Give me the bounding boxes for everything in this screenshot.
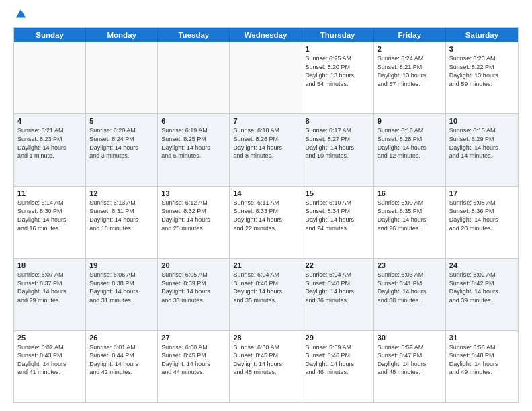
calendar-cell: 31Sunrise: 5:58 AM Sunset: 8:48 PM Dayli…: [446, 331, 518, 402]
day-number: 5: [89, 117, 154, 125]
day-info: Sunrise: 6:25 AM Sunset: 8:20 PM Dayligh…: [306, 54, 370, 88]
day-number: 19: [89, 261, 154, 269]
calendar-cell: 9Sunrise: 6:16 AM Sunset: 8:28 PM Daylig…: [374, 114, 446, 185]
calendar-cell: 15Sunrise: 6:10 AM Sunset: 8:34 PM Dayli…: [302, 187, 374, 258]
calendar-cell: 1Sunrise: 6:25 AM Sunset: 8:20 PM Daylig…: [302, 42, 374, 113]
day-number: 3: [449, 45, 515, 53]
day-info: Sunrise: 6:08 AM Sunset: 8:36 PM Dayligh…: [449, 199, 515, 232]
logo: [13, 11, 27, 20]
day-info: Sunrise: 6:07 AM Sunset: 8:37 PM Dayligh…: [17, 271, 82, 304]
dow-sunday: Sunday: [14, 28, 86, 42]
day-number: 24: [449, 261, 515, 269]
day-number: 10: [449, 117, 515, 125]
calendar-cell: 19Sunrise: 6:06 AM Sunset: 8:38 PM Dayli…: [86, 259, 158, 330]
day-info: Sunrise: 6:12 AM Sunset: 8:32 PM Dayligh…: [161, 199, 226, 232]
dow-monday: Monday: [86, 28, 158, 42]
day-number: 20: [161, 261, 226, 269]
day-info: Sunrise: 6:23 AM Sunset: 8:22 PM Dayligh…: [449, 54, 515, 88]
calendar-cell: 3Sunrise: 6:23 AM Sunset: 8:22 PM Daylig…: [446, 42, 518, 113]
dow-saturday: Saturday: [446, 28, 518, 42]
day-number: 22: [306, 261, 370, 269]
calendar: Sunday Monday Tuesday Wednesday Thursday…: [13, 27, 519, 403]
day-number: 27: [161, 334, 226, 342]
day-info: Sunrise: 5:59 AM Sunset: 8:46 PM Dayligh…: [306, 343, 370, 377]
calendar-cell: 18Sunrise: 6:07 AM Sunset: 8:37 PM Dayli…: [14, 259, 86, 330]
day-info: Sunrise: 6:18 AM Sunset: 8:26 PM Dayligh…: [233, 126, 298, 160]
day-number: 7: [233, 117, 298, 125]
calendar-cell: 23Sunrise: 6:03 AM Sunset: 8:41 PM Dayli…: [374, 259, 446, 330]
calendar-row-1: 1Sunrise: 6:25 AM Sunset: 8:20 PM Daylig…: [14, 42, 518, 114]
calendar-cell: 7Sunrise: 6:18 AM Sunset: 8:26 PM Daylig…: [230, 114, 302, 185]
day-info: Sunrise: 6:02 AM Sunset: 8:42 PM Dayligh…: [449, 271, 515, 304]
day-info: Sunrise: 5:59 AM Sunset: 8:47 PM Dayligh…: [378, 343, 442, 377]
day-info: Sunrise: 6:24 AM Sunset: 8:21 PM Dayligh…: [378, 54, 442, 88]
day-info: Sunrise: 6:03 AM Sunset: 8:41 PM Dayligh…: [378, 271, 442, 304]
calendar-cell: 2Sunrise: 6:24 AM Sunset: 8:21 PM Daylig…: [374, 42, 446, 113]
dow-thursday: Thursday: [302, 28, 374, 42]
day-info: Sunrise: 6:16 AM Sunset: 8:28 PM Dayligh…: [378, 126, 442, 160]
day-info: Sunrise: 6:20 AM Sunset: 8:24 PM Dayligh…: [89, 126, 154, 160]
calendar-cell: 5Sunrise: 6:20 AM Sunset: 8:24 PM Daylig…: [86, 114, 158, 185]
calendar-cell: 17Sunrise: 6:08 AM Sunset: 8:36 PM Dayli…: [446, 187, 518, 258]
calendar-cell: 13Sunrise: 6:12 AM Sunset: 8:32 PM Dayli…: [158, 187, 230, 258]
calendar-cell: 12Sunrise: 6:13 AM Sunset: 8:31 PM Dayli…: [86, 187, 158, 258]
header: [13, 11, 519, 20]
day-number: 14: [233, 189, 298, 197]
dow-tuesday: Tuesday: [158, 28, 230, 42]
day-info: Sunrise: 6:11 AM Sunset: 8:33 PM Dayligh…: [233, 199, 298, 232]
calendar-header: Sunday Monday Tuesday Wednesday Thursday…: [14, 28, 518, 42]
day-info: Sunrise: 6:02 AM Sunset: 8:43 PM Dayligh…: [17, 343, 82, 377]
dow-friday: Friday: [374, 28, 446, 42]
day-number: 21: [233, 261, 298, 269]
calendar-cell: 20Sunrise: 6:05 AM Sunset: 8:39 PM Dayli…: [158, 259, 230, 330]
day-number: 13: [161, 189, 226, 197]
calendar-row-4: 18Sunrise: 6:07 AM Sunset: 8:37 PM Dayli…: [14, 259, 518, 330]
day-number: 12: [89, 189, 154, 197]
calendar-cell: 11Sunrise: 6:14 AM Sunset: 8:30 PM Dayli…: [14, 187, 86, 258]
calendar-cell: 24Sunrise: 6:02 AM Sunset: 8:42 PM Dayli…: [446, 259, 518, 330]
day-number: 18: [17, 261, 82, 269]
calendar-cell: 30Sunrise: 5:59 AM Sunset: 8:47 PM Dayli…: [374, 331, 446, 402]
calendar-cell: 8Sunrise: 6:17 AM Sunset: 8:27 PM Daylig…: [302, 114, 374, 185]
day-info: Sunrise: 6:13 AM Sunset: 8:31 PM Dayligh…: [89, 199, 154, 232]
calendar-cell: 25Sunrise: 6:02 AM Sunset: 8:43 PM Dayli…: [14, 331, 86, 402]
day-number: 1: [306, 45, 370, 53]
day-number: 11: [17, 189, 82, 197]
calendar-cell: 22Sunrise: 6:04 AM Sunset: 8:40 PM Dayli…: [302, 259, 374, 330]
day-number: 15: [306, 189, 370, 197]
calendar-cell: 27Sunrise: 6:00 AM Sunset: 8:45 PM Dayli…: [158, 331, 230, 402]
day-info: Sunrise: 6:04 AM Sunset: 8:40 PM Dayligh…: [306, 271, 370, 304]
calendar-cell: [14, 42, 86, 113]
svg-marker-0: [16, 9, 26, 18]
day-info: Sunrise: 6:04 AM Sunset: 8:40 PM Dayligh…: [233, 271, 298, 304]
day-number: 6: [161, 117, 226, 125]
day-number: 30: [378, 334, 442, 342]
dow-wednesday: Wednesday: [230, 28, 302, 42]
day-info: Sunrise: 6:00 AM Sunset: 8:45 PM Dayligh…: [161, 343, 226, 377]
day-number: 16: [378, 189, 442, 197]
day-info: Sunrise: 6:05 AM Sunset: 8:39 PM Dayligh…: [161, 271, 226, 304]
page: Sunday Monday Tuesday Wednesday Thursday…: [0, 0, 532, 411]
day-number: 26: [89, 334, 154, 342]
day-number: 2: [378, 45, 442, 53]
calendar-cell: [230, 42, 302, 113]
calendar-cell: 10Sunrise: 6:15 AM Sunset: 8:29 PM Dayli…: [446, 114, 518, 185]
calendar-cell: [86, 42, 158, 113]
calendar-cell: 28Sunrise: 6:00 AM Sunset: 8:45 PM Dayli…: [230, 331, 302, 402]
day-info: Sunrise: 6:06 AM Sunset: 8:38 PM Dayligh…: [89, 271, 154, 304]
day-info: Sunrise: 6:01 AM Sunset: 8:44 PM Dayligh…: [89, 343, 154, 377]
calendar-row-5: 25Sunrise: 6:02 AM Sunset: 8:43 PM Dayli…: [14, 331, 518, 402]
day-info: Sunrise: 6:19 AM Sunset: 8:25 PM Dayligh…: [161, 126, 226, 160]
calendar-cell: 21Sunrise: 6:04 AM Sunset: 8:40 PM Dayli…: [230, 259, 302, 330]
logo-icon: [15, 8, 27, 20]
day-info: Sunrise: 6:21 AM Sunset: 8:23 PM Dayligh…: [17, 126, 82, 160]
day-number: 4: [17, 117, 82, 125]
day-info: Sunrise: 6:09 AM Sunset: 8:35 PM Dayligh…: [378, 199, 442, 232]
day-info: Sunrise: 6:14 AM Sunset: 8:30 PM Dayligh…: [17, 199, 82, 232]
day-number: 9: [378, 117, 442, 125]
day-number: 29: [306, 334, 370, 342]
calendar-cell: 6Sunrise: 6:19 AM Sunset: 8:25 PM Daylig…: [158, 114, 230, 185]
calendar-cell: [158, 42, 230, 113]
day-number: 8: [306, 117, 370, 125]
calendar-row-2: 4Sunrise: 6:21 AM Sunset: 8:23 PM Daylig…: [14, 114, 518, 186]
